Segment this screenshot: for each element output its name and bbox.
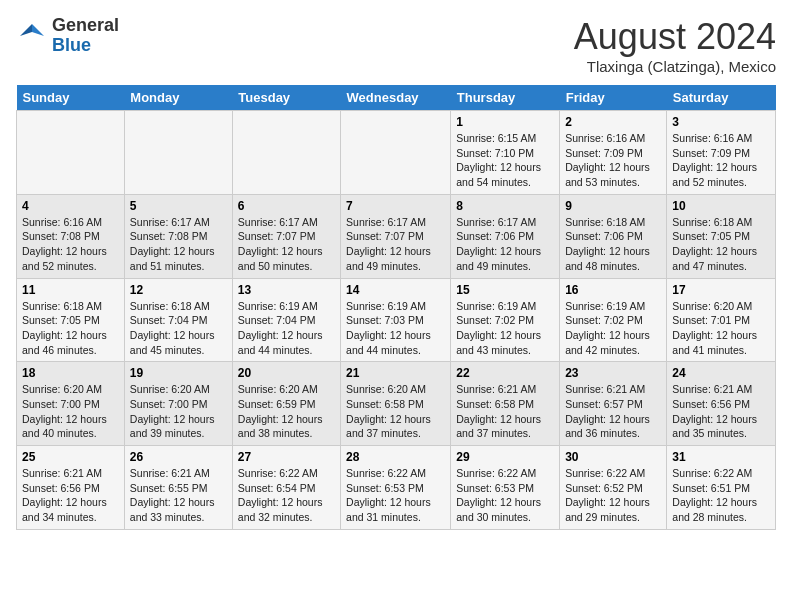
column-header-friday: Friday: [560, 85, 667, 111]
day-number: 7: [346, 199, 445, 213]
calendar-cell: 14Sunrise: 6:19 AM Sunset: 7:03 PM Dayli…: [341, 278, 451, 362]
calendar-cell: 12Sunrise: 6:18 AM Sunset: 7:04 PM Dayli…: [124, 278, 232, 362]
day-number: 27: [238, 450, 335, 464]
calendar-cell: 8Sunrise: 6:17 AM Sunset: 7:06 PM Daylig…: [451, 194, 560, 278]
calendar-week-4: 18Sunrise: 6:20 AM Sunset: 7:00 PM Dayli…: [17, 362, 776, 446]
day-number: 3: [672, 115, 770, 129]
day-info: Sunrise: 6:18 AM Sunset: 7:04 PM Dayligh…: [130, 299, 227, 358]
day-info: Sunrise: 6:21 AM Sunset: 6:57 PM Dayligh…: [565, 382, 661, 441]
calendar-cell: 13Sunrise: 6:19 AM Sunset: 7:04 PM Dayli…: [232, 278, 340, 362]
day-info: Sunrise: 6:18 AM Sunset: 7:06 PM Dayligh…: [565, 215, 661, 274]
day-number: 25: [22, 450, 119, 464]
day-info: Sunrise: 6:17 AM Sunset: 7:06 PM Dayligh…: [456, 215, 554, 274]
calendar-cell: 17Sunrise: 6:20 AM Sunset: 7:01 PM Dayli…: [667, 278, 776, 362]
day-info: Sunrise: 6:15 AM Sunset: 7:10 PM Dayligh…: [456, 131, 554, 190]
calendar-cell: 19Sunrise: 6:20 AM Sunset: 7:00 PM Dayli…: [124, 362, 232, 446]
calendar-cell: [232, 111, 340, 195]
day-info: Sunrise: 6:21 AM Sunset: 6:58 PM Dayligh…: [456, 382, 554, 441]
day-number: 8: [456, 199, 554, 213]
svg-marker-0: [32, 24, 44, 36]
day-number: 6: [238, 199, 335, 213]
day-number: 17: [672, 283, 770, 297]
calendar-cell: 18Sunrise: 6:20 AM Sunset: 7:00 PM Dayli…: [17, 362, 125, 446]
day-number: 28: [346, 450, 445, 464]
calendar-cell: 3Sunrise: 6:16 AM Sunset: 7:09 PM Daylig…: [667, 111, 776, 195]
calendar-cell: 5Sunrise: 6:17 AM Sunset: 7:08 PM Daylig…: [124, 194, 232, 278]
calendar-cell: 16Sunrise: 6:19 AM Sunset: 7:02 PM Dayli…: [560, 278, 667, 362]
day-info: Sunrise: 6:21 AM Sunset: 6:56 PM Dayligh…: [672, 382, 770, 441]
calendar-cell: 28Sunrise: 6:22 AM Sunset: 6:53 PM Dayli…: [341, 446, 451, 530]
day-number: 18: [22, 366, 119, 380]
day-info: Sunrise: 6:16 AM Sunset: 7:08 PM Dayligh…: [22, 215, 119, 274]
calendar-table: SundayMondayTuesdayWednesdayThursdayFrid…: [16, 85, 776, 530]
column-header-wednesday: Wednesday: [341, 85, 451, 111]
day-info: Sunrise: 6:22 AM Sunset: 6:52 PM Dayligh…: [565, 466, 661, 525]
page-header: General Blue August 2024 Tlaxinga (Clatz…: [16, 16, 776, 75]
day-number: 5: [130, 199, 227, 213]
calendar-cell: 29Sunrise: 6:22 AM Sunset: 6:53 PM Dayli…: [451, 446, 560, 530]
day-info: Sunrise: 6:16 AM Sunset: 7:09 PM Dayligh…: [565, 131, 661, 190]
day-info: Sunrise: 6:20 AM Sunset: 6:59 PM Dayligh…: [238, 382, 335, 441]
day-info: Sunrise: 6:19 AM Sunset: 7:02 PM Dayligh…: [565, 299, 661, 358]
day-number: 31: [672, 450, 770, 464]
calendar-cell: 20Sunrise: 6:20 AM Sunset: 6:59 PM Dayli…: [232, 362, 340, 446]
calendar-cell: 23Sunrise: 6:21 AM Sunset: 6:57 PM Dayli…: [560, 362, 667, 446]
column-header-monday: Monday: [124, 85, 232, 111]
day-number: 20: [238, 366, 335, 380]
day-number: 15: [456, 283, 554, 297]
calendar-cell: 6Sunrise: 6:17 AM Sunset: 7:07 PM Daylig…: [232, 194, 340, 278]
day-info: Sunrise: 6:19 AM Sunset: 7:04 PM Dayligh…: [238, 299, 335, 358]
day-number: 16: [565, 283, 661, 297]
calendar-week-5: 25Sunrise: 6:21 AM Sunset: 6:56 PM Dayli…: [17, 446, 776, 530]
day-info: Sunrise: 6:21 AM Sunset: 6:55 PM Dayligh…: [130, 466, 227, 525]
day-info: Sunrise: 6:18 AM Sunset: 7:05 PM Dayligh…: [22, 299, 119, 358]
calendar-cell: 27Sunrise: 6:22 AM Sunset: 6:54 PM Dayli…: [232, 446, 340, 530]
title-block: August 2024 Tlaxinga (Clatzinga), Mexico: [574, 16, 776, 75]
logo: General Blue: [16, 16, 119, 56]
day-number: 12: [130, 283, 227, 297]
day-info: Sunrise: 6:17 AM Sunset: 7:07 PM Dayligh…: [238, 215, 335, 274]
day-number: 1: [456, 115, 554, 129]
calendar-cell: 11Sunrise: 6:18 AM Sunset: 7:05 PM Dayli…: [17, 278, 125, 362]
day-number: 24: [672, 366, 770, 380]
svg-marker-1: [20, 24, 32, 36]
calendar-cell: 22Sunrise: 6:21 AM Sunset: 6:58 PM Dayli…: [451, 362, 560, 446]
day-info: Sunrise: 6:17 AM Sunset: 7:07 PM Dayligh…: [346, 215, 445, 274]
calendar-cell: 25Sunrise: 6:21 AM Sunset: 6:56 PM Dayli…: [17, 446, 125, 530]
day-number: 30: [565, 450, 661, 464]
calendar-cell: 9Sunrise: 6:18 AM Sunset: 7:06 PM Daylig…: [560, 194, 667, 278]
calendar-week-3: 11Sunrise: 6:18 AM Sunset: 7:05 PM Dayli…: [17, 278, 776, 362]
day-number: 9: [565, 199, 661, 213]
column-header-tuesday: Tuesday: [232, 85, 340, 111]
day-number: 10: [672, 199, 770, 213]
calendar-week-1: 1Sunrise: 6:15 AM Sunset: 7:10 PM Daylig…: [17, 111, 776, 195]
logo-icon: [16, 20, 48, 52]
calendar-cell: 24Sunrise: 6:21 AM Sunset: 6:56 PM Dayli…: [667, 362, 776, 446]
calendar-cell: 21Sunrise: 6:20 AM Sunset: 6:58 PM Dayli…: [341, 362, 451, 446]
calendar-cell: 26Sunrise: 6:21 AM Sunset: 6:55 PM Dayli…: [124, 446, 232, 530]
calendar-week-2: 4Sunrise: 6:16 AM Sunset: 7:08 PM Daylig…: [17, 194, 776, 278]
day-info: Sunrise: 6:18 AM Sunset: 7:05 PM Dayligh…: [672, 215, 770, 274]
calendar-cell: 10Sunrise: 6:18 AM Sunset: 7:05 PM Dayli…: [667, 194, 776, 278]
location-title: Tlaxinga (Clatzinga), Mexico: [574, 58, 776, 75]
day-info: Sunrise: 6:20 AM Sunset: 7:01 PM Dayligh…: [672, 299, 770, 358]
calendar-cell: 4Sunrise: 6:16 AM Sunset: 7:08 PM Daylig…: [17, 194, 125, 278]
calendar-cell: 7Sunrise: 6:17 AM Sunset: 7:07 PM Daylig…: [341, 194, 451, 278]
calendar-cell: [17, 111, 125, 195]
day-number: 4: [22, 199, 119, 213]
day-info: Sunrise: 6:20 AM Sunset: 6:58 PM Dayligh…: [346, 382, 445, 441]
calendar-cell: [124, 111, 232, 195]
day-info: Sunrise: 6:22 AM Sunset: 6:51 PM Dayligh…: [672, 466, 770, 525]
day-number: 21: [346, 366, 445, 380]
logo-text: General Blue: [52, 16, 119, 56]
day-number: 19: [130, 366, 227, 380]
calendar-cell: 31Sunrise: 6:22 AM Sunset: 6:51 PM Dayli…: [667, 446, 776, 530]
calendar-cell: [341, 111, 451, 195]
column-header-saturday: Saturday: [667, 85, 776, 111]
day-number: 22: [456, 366, 554, 380]
day-number: 11: [22, 283, 119, 297]
day-number: 14: [346, 283, 445, 297]
day-info: Sunrise: 6:19 AM Sunset: 7:02 PM Dayligh…: [456, 299, 554, 358]
calendar-cell: 30Sunrise: 6:22 AM Sunset: 6:52 PM Dayli…: [560, 446, 667, 530]
column-header-thursday: Thursday: [451, 85, 560, 111]
